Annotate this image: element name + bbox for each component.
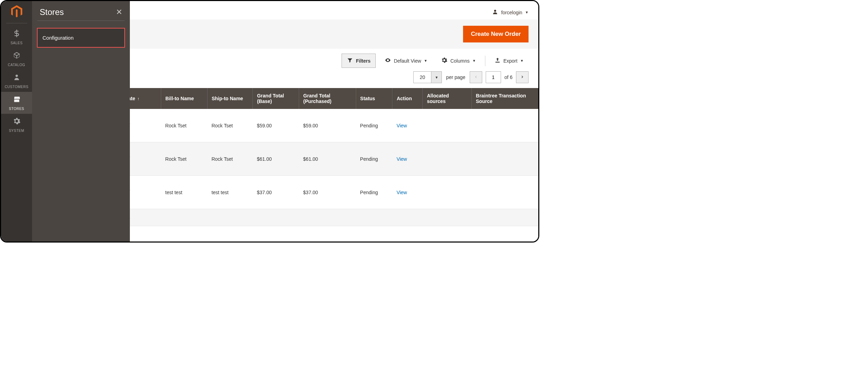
column-header[interactable]: Status: [356, 88, 392, 109]
table-cell-bill: test test: [161, 176, 208, 209]
nav-label: SYSTEM: [9, 129, 24, 133]
svg-point-1: [494, 10, 496, 12]
view-link[interactable]: View: [397, 190, 407, 195]
page-size-dropdown[interactable]: ▼: [431, 71, 442, 83]
store-icon: [1, 95, 32, 104]
view-link[interactable]: View: [397, 123, 407, 128]
table-cell-ship: Rock Tset: [207, 142, 252, 176]
person-icon: [1, 73, 32, 82]
chevron-down-icon: ▼: [520, 59, 524, 63]
chevron-down-icon: ▼: [472, 59, 476, 63]
columns-label: Columns: [450, 58, 469, 64]
chevron-left-icon: [474, 74, 478, 80]
table-cell-alloc: [423, 109, 472, 142]
table-cell-bts: [471, 109, 538, 142]
per-page-label: per page: [446, 74, 465, 80]
table-cell-purch: $37.00: [299, 176, 356, 209]
table-cell-action: View: [392, 109, 423, 142]
nav-label: STORES: [9, 107, 24, 111]
table-cell-bill: Rock Tset: [161, 142, 208, 176]
page-input[interactable]: [486, 71, 501, 83]
column-header[interactable]: Grand Total (Purchased): [299, 88, 356, 109]
table-cell-base: $61.00: [253, 142, 299, 176]
column-header[interactable]: Bill-to Name: [161, 88, 208, 109]
nav-label: SALES: [10, 41, 23, 45]
default-view-label: Default View: [394, 58, 421, 64]
table-cell-base: $37.00: [253, 176, 299, 209]
gear-icon: [1, 117, 32, 126]
table-cell-purch: $59.00: [299, 109, 356, 142]
gear-icon: [441, 57, 447, 64]
create-order-button[interactable]: Create New Order: [463, 26, 529, 42]
table-cell-base: $59.00: [253, 109, 299, 142]
stores-flyout: Stores ✕ Configuration: [32, 1, 130, 241]
next-page-button[interactable]: [516, 71, 529, 83]
nav-item-catalog[interactable]: CATALOG: [1, 48, 32, 70]
user-icon: [492, 9, 498, 16]
table-cell-bts: [471, 209, 538, 226]
table-cell-bill: [161, 209, 208, 226]
export-button[interactable]: Export ▼: [490, 54, 529, 68]
columns-button[interactable]: Columns ▼: [436, 54, 480, 68]
column-header[interactable]: Braintree Transaction Source: [471, 88, 538, 109]
magento-logo[interactable]: [10, 5, 24, 19]
dollar-icon: [1, 30, 32, 38]
table-cell-ship: [207, 209, 252, 226]
chevron-down-icon: ▼: [525, 10, 529, 14]
filters-label: Filters: [356, 58, 370, 64]
chevron-right-icon: [520, 74, 524, 80]
user-name: forcelogin: [501, 10, 522, 15]
table-cell-alloc: [423, 142, 472, 176]
table-cell-base: [253, 209, 299, 226]
nav-label: CATALOG: [8, 63, 25, 67]
table-cell-status: [356, 209, 392, 226]
separator: [485, 56, 485, 66]
table-cell-action: View: [392, 142, 423, 176]
nav-item-system[interactable]: SYSTEM: [1, 114, 32, 136]
nav-label: CUSTOMERS: [5, 85, 28, 89]
export-label: Export: [503, 58, 517, 64]
table-cell-bts: [471, 142, 538, 176]
table-cell-purch: [299, 209, 356, 226]
flyout-item-configuration[interactable]: Configuration: [37, 28, 125, 48]
flyout-title: Stores: [40, 7, 64, 17]
table-cell-ship: test test: [207, 176, 252, 209]
view-link[interactable]: View: [397, 156, 407, 162]
nav-item-sales[interactable]: SALES: [1, 26, 32, 48]
column-header[interactable]: Ship-to Name: [207, 88, 252, 109]
chevron-down-icon: ▼: [424, 59, 428, 63]
table-cell-status: Pending: [356, 109, 392, 142]
table-cell-purch: $61.00: [299, 142, 356, 176]
sort-asc-icon: ↑: [137, 96, 139, 101]
table-cell-status: Pending: [356, 142, 392, 176]
table-cell-action: [392, 209, 423, 226]
admin-nav: SALES CATALOG CUSTOMERS STORES SYSTEM: [1, 1, 32, 241]
nav-item-customers[interactable]: CUSTOMERS: [1, 70, 32, 92]
eye-icon: [385, 57, 391, 64]
filter-icon: [347, 57, 353, 64]
table-cell-bill: Rock Tset: [161, 109, 208, 142]
page-size-value[interactable]: 20: [413, 71, 431, 83]
filters-button[interactable]: Filters: [342, 54, 376, 68]
table-cell-alloc: [423, 176, 472, 209]
column-header[interactable]: Allocated sources: [423, 88, 472, 109]
default-view-button[interactable]: Default View ▼: [380, 54, 432, 68]
cube-icon: [1, 52, 32, 60]
user-menu[interactable]: forcelogin ▼: [492, 9, 529, 16]
nav-divider: [6, 23, 27, 23]
table-cell-bts: [471, 176, 538, 209]
table-cell-alloc: [423, 209, 472, 226]
chevron-down-icon: ▼: [435, 76, 438, 79]
table-cell-status: Pending: [356, 176, 392, 209]
prev-page-button[interactable]: [470, 71, 482, 83]
svg-point-0: [15, 75, 18, 77]
flyout-divider: [37, 21, 125, 21]
column-header[interactable]: Grand Total (Base): [253, 88, 299, 109]
close-icon[interactable]: ✕: [116, 8, 122, 17]
column-header[interactable]: Action: [392, 88, 423, 109]
table-cell-action: View: [392, 176, 423, 209]
nav-item-stores[interactable]: STORES: [1, 92, 32, 114]
table-cell-ship: Rock Tset: [207, 109, 252, 142]
page-total: of 6: [505, 74, 513, 80]
export-icon: [494, 57, 501, 64]
